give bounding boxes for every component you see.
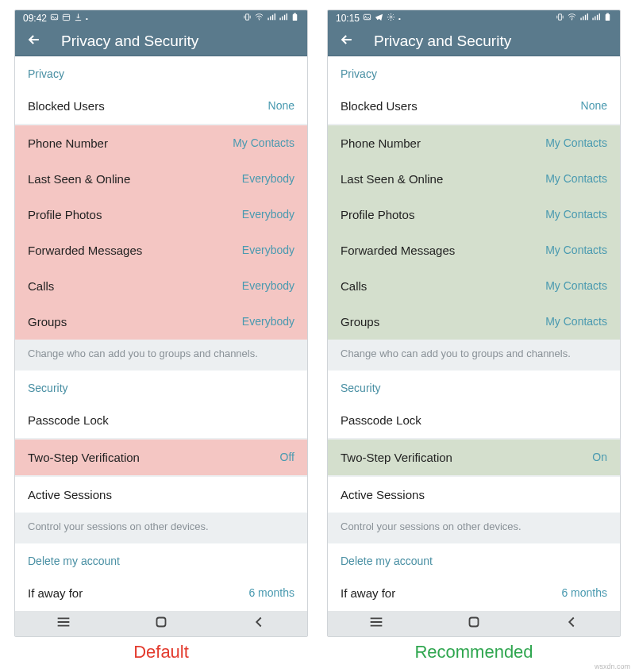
row-value: None [268,99,294,112]
row-active-sessions[interactable]: Active Sessions [15,477,307,513]
helper-groups: Change who can add you to groups and cha… [15,340,307,371]
recents-button[interactable] [368,613,385,634]
section-delete: Delete my account [15,543,307,575]
home-button[interactable] [152,613,170,634]
row-label: Profile Photos [28,208,102,221]
row-if-away[interactable]: If away for 6 months [15,575,307,611]
back-button[interactable] [250,613,267,634]
row-value: Everybody [242,244,294,256]
row-value: 6 months [248,586,294,599]
section-privacy: Privacy [15,56,307,88]
row-value: My Contacts [545,136,607,149]
home-button[interactable] [465,613,483,634]
svg-rect-20 [606,13,609,14]
section-delete: Delete my account [328,543,620,575]
app-header: Privacy and Security [15,27,307,56]
row-groups[interactable]: Groups Everybody [15,304,307,340]
telegram-icon [375,13,383,24]
image-icon [50,13,59,24]
back-button[interactable] [563,613,580,634]
row-value: My Contacts [233,136,294,149]
row-groups[interactable]: Groups My Contacts [328,304,620,340]
settings-icon [387,13,395,24]
section-security: Security [15,371,307,402]
row-last-seen[interactable]: Last Seen & Online Everybody [15,161,307,197]
row-profile-photos[interactable]: Profile Photos My Contacts [328,197,620,232]
row-value: My Contacts [545,208,607,221]
vibrate-icon [556,13,564,24]
row-label: Groups [341,315,379,328]
signal-icon-2 [279,13,287,24]
wifi-icon [568,13,576,24]
row-blocked-users[interactable]: Blocked Users None [328,88,620,124]
row-two-step[interactable]: Two-Step Verification Off [15,440,307,475]
back-arrow-icon[interactable] [26,32,42,51]
row-label: Passcode Lock [28,413,109,427]
row-value: My Contacts [545,244,607,256]
svg-point-15 [390,16,392,18]
row-forwarded-messages[interactable]: Forwarded Messages My Contacts [328,232,620,268]
svg-rect-12 [156,617,165,626]
svg-rect-7 [293,14,298,21]
row-last-seen[interactable]: Last Seen & Online My Contacts [328,161,620,197]
row-forwarded-messages[interactable]: Forwarded Messages Everybody [15,232,307,268]
caption-default: Default [133,642,189,662]
battery-icon [603,13,612,24]
dot-icon: • [86,15,88,22]
recents-button[interactable] [55,613,72,634]
page-title: Privacy and Security [61,33,198,50]
status-time: 09:42 [23,13,47,24]
row-value: My Contacts [545,279,607,292]
helper-sessions: Control your sessions on other devices. [15,513,307,543]
row-label: Last Seen & Online [28,172,130,186]
svg-rect-24 [469,617,478,626]
settings-list: Privacy Blocked Users None Phone Number … [15,56,307,611]
row-two-step[interactable]: Two-Step Verification On [328,440,620,475]
row-if-away[interactable]: If away for 6 months [328,575,620,611]
svg-point-6 [259,19,260,20]
row-calls[interactable]: Calls My Contacts [328,268,620,304]
row-label: Calls [341,279,367,293]
section-privacy: Privacy [328,56,620,88]
row-passcode-lock[interactable]: Passcode Lock [15,402,307,438]
watermark: wsxdn.com [595,662,630,670]
phone-default: 09:42 • [14,10,308,637]
status-bar: 10:15 • [328,10,620,27]
app-header: Privacy and Security [328,27,620,56]
row-label: Calls [28,279,54,293]
battery-icon [291,13,299,24]
row-value: None [581,99,607,112]
settings-list: Privacy Blocked Users None Phone Number … [328,56,620,611]
row-phone-number[interactable]: Phone Number My Contacts [328,125,620,161]
android-navbar [328,611,620,636]
back-arrow-icon[interactable] [339,32,355,51]
status-bar: 09:42 • [15,10,307,27]
row-phone-number[interactable]: Phone Number My Contacts [15,125,307,161]
row-label: Blocked Users [28,99,105,113]
image-icon [363,13,371,24]
row-label: If away for [28,586,83,600]
row-profile-photos[interactable]: Profile Photos Everybody [15,197,307,232]
row-value: Everybody [242,279,294,292]
row-active-sessions[interactable]: Active Sessions [328,477,620,513]
row-value: Everybody [242,315,294,328]
row-calls[interactable]: Calls Everybody [15,268,307,304]
row-blocked-users[interactable]: Blocked Users None [15,88,307,124]
signal-icon-2 [591,13,600,24]
svg-rect-8 [294,13,296,14]
row-passcode-lock[interactable]: Passcode Lock [328,402,620,438]
signal-icon [579,13,588,24]
row-label: Phone Number [341,136,421,150]
helper-sessions: Control your sessions on other devices. [328,513,620,543]
status-time: 10:15 [336,13,360,24]
row-label: Forwarded Messages [341,244,455,257]
row-label: If away for [341,586,395,600]
download-icon [74,13,83,24]
phone-recommended: 10:15 • [327,10,621,637]
row-value: My Contacts [545,315,607,328]
row-label: Last Seen & Online [341,172,443,186]
svg-rect-2 [63,15,69,21]
vibrate-icon [243,13,252,24]
page-title: Privacy and Security [374,33,511,50]
row-label: Two-Step Verification [28,451,140,464]
